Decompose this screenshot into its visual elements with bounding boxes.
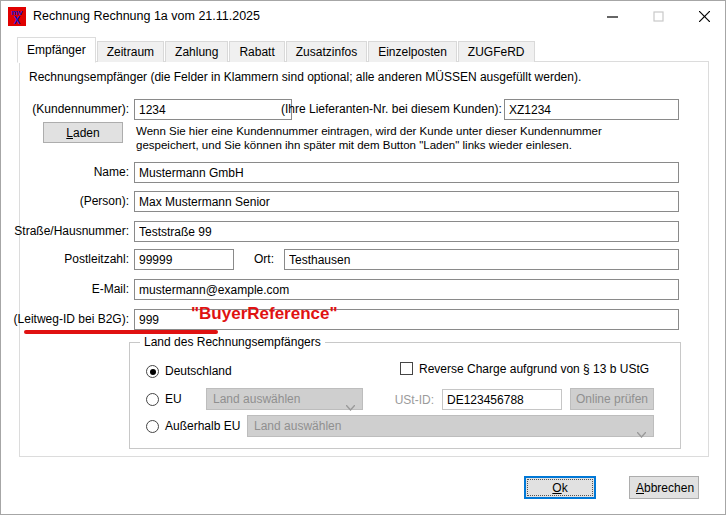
- tab-einzelposten[interactable]: Einzelposten: [368, 41, 457, 62]
- tab-zusatzinfos[interactable]: Zusatzinfos: [286, 41, 367, 62]
- laden-hint-line2: gespeichert, und Sie können ihn später m…: [136, 138, 602, 152]
- ok-button-accel: O: [552, 481, 561, 495]
- tab-rabatt[interactable]: Rabatt: [229, 41, 284, 62]
- kundennummer-label: (Kundennummer):: [7, 102, 129, 116]
- minimize-button[interactable]: [589, 1, 635, 31]
- close-button[interactable]: [681, 1, 726, 31]
- radio-ausserhalb-eu-label: Außerhalb EU: [165, 419, 240, 433]
- window-title: Rechnung Rechnung 1a vom 21.11.2025: [33, 1, 260, 32]
- name-label: Name:: [7, 165, 129, 179]
- title-bar: mv X Rechnung Rechnung 1a vom 21.11.2025: [1, 1, 725, 32]
- chevron-down-icon: [637, 424, 646, 444]
- ustid-label: USt-ID:: [374, 393, 434, 407]
- chevron-down-icon: [346, 397, 355, 417]
- intro-text: Rechnungsempfänger (die Felder in Klamme…: [29, 70, 581, 84]
- tab-zeitraum[interactable]: Zeitraum: [97, 41, 164, 62]
- app-icon-text-bottom: X: [8, 17, 26, 25]
- person-label: (Person):: [7, 194, 129, 208]
- dialog-window: mv X Rechnung Rechnung 1a vom 21.11.2025…: [0, 0, 726, 515]
- email-input[interactable]: [134, 279, 679, 300]
- ort-label: Ort:: [231, 252, 274, 266]
- tab-zugferd[interactable]: ZUGFeRD: [458, 41, 535, 62]
- tab-empfaenger[interactable]: Empfänger: [17, 37, 96, 63]
- red-underline-annotation: [24, 330, 218, 334]
- radio-eu[interactable]: [146, 393, 159, 406]
- radio-deutschland[interactable]: [146, 365, 159, 378]
- radio-deutschland-label: Deutschland: [165, 364, 232, 378]
- laden-button-rest: aden: [73, 126, 100, 140]
- name-input[interactable]: [134, 162, 679, 183]
- ort-input[interactable]: [284, 249, 679, 270]
- person-input[interactable]: [134, 191, 679, 212]
- eu-country-dropdown[interactable]: Land auswählen: [206, 388, 363, 410]
- strasse-input[interactable]: [134, 221, 679, 242]
- country-groupbox: Land des Rechnungsempfängers Deutschland…: [129, 342, 681, 449]
- laden-button[interactable]: Laden: [43, 122, 123, 143]
- minimize-icon: [607, 11, 618, 22]
- eu-country-dropdown-value: Land auswählen: [213, 392, 300, 406]
- maximize-icon: [653, 11, 664, 22]
- ok-button-rest: k: [562, 481, 568, 495]
- maximize-button[interactable]: [635, 1, 681, 31]
- laden-hint: Wenn Sie hier eine Kundennummer eintrage…: [136, 124, 602, 152]
- radio-eu-label: EU: [165, 392, 182, 406]
- leitweg-label: (Leitweg-ID bei B2G):: [7, 312, 129, 326]
- email-label: E-Mail:: [7, 282, 129, 296]
- laden-hint-line1: Wenn Sie hier eine Kundennummer eintrage…: [136, 124, 602, 138]
- cancel-button-accel: A: [636, 481, 644, 495]
- strasse-label: Straße/Hausnummer:: [7, 224, 129, 238]
- non-eu-country-dropdown-value: Land auswählen: [254, 419, 341, 433]
- app-icon: mv X: [8, 7, 26, 26]
- plz-label: Postleitzahl:: [7, 252, 129, 266]
- radio-ausserhalb-eu[interactable]: [146, 420, 159, 433]
- non-eu-country-dropdown[interactable]: Land auswählen: [247, 415, 654, 437]
- cancel-button[interactable]: Abbrechen: [629, 476, 699, 499]
- reverse-charge-checkbox[interactable]: [400, 362, 413, 375]
- tab-zahlung[interactable]: Zahlung: [165, 41, 228, 62]
- cancel-button-rest: bbrechen: [644, 481, 694, 495]
- country-groupbox-legend: Land des Rechnungsempfängers: [140, 335, 325, 349]
- kundennummer-input[interactable]: [134, 99, 292, 120]
- buyer-reference-annotation: "BuyerReference": [191, 304, 338, 324]
- ok-button[interactable]: Ok: [524, 476, 596, 499]
- lieferanten-nr-label: (Ihre Lieferanten-Nr. bei diesem Kunden)…: [281, 102, 499, 116]
- reverse-charge-label: Reverse Charge aufgrund von § 13 b UStG: [419, 362, 649, 376]
- lieferanten-nr-input[interactable]: [504, 99, 679, 120]
- laden-button-accel: L: [66, 126, 73, 140]
- close-icon: [699, 11, 710, 22]
- tab-strip: Empfänger Zeitraum Zahlung Rabatt Zusatz…: [17, 38, 536, 62]
- plz-input[interactable]: [134, 249, 234, 270]
- ustid-input[interactable]: [442, 389, 562, 410]
- online-pruefen-button[interactable]: Online prüfen: [570, 388, 654, 410]
